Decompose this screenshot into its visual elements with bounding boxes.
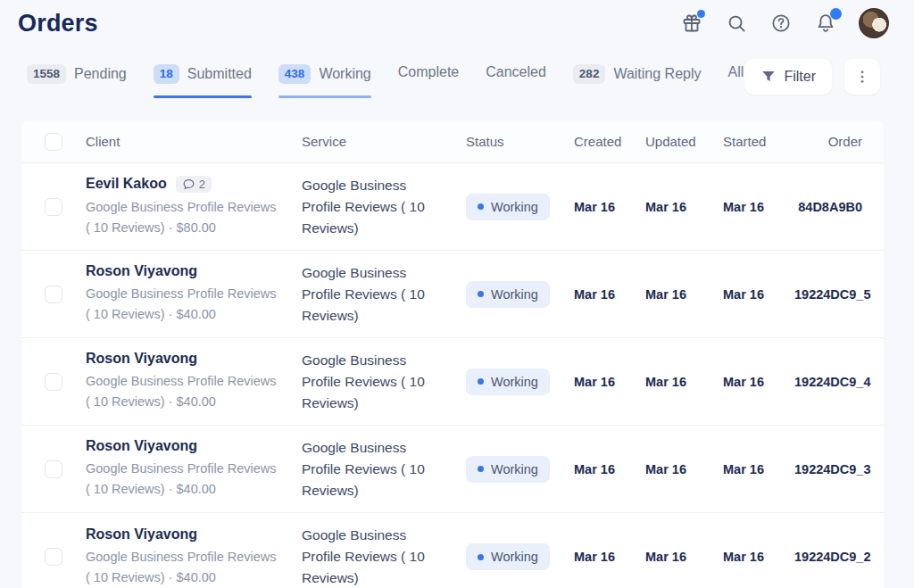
comment-count: 2 xyxy=(199,178,205,191)
row-checkbox[interactable] xyxy=(45,198,62,216)
client-cell: Roson Viyavong Google Business Profile R… xyxy=(86,526,302,588)
tab-complete[interactable]: Complete xyxy=(398,64,459,95)
client-cell: Eevil Kakoo 2 Google Business Profile Re… xyxy=(86,176,302,238)
tab-active-underline xyxy=(278,95,371,98)
top-bar: Orders xyxy=(0,0,914,41)
table-body: Eevil Kakoo 2 Google Business Profile Re… xyxy=(21,163,884,588)
filter-button-label: Filter xyxy=(784,69,816,85)
order-id-cell: 19224DC9_5 xyxy=(794,287,884,302)
column-header-order: Order xyxy=(794,134,884,149)
client-subtitle: Google Business Profile Reviews ( 10 Rev… xyxy=(86,371,277,412)
table-row[interactable]: Roson Viyavong Google Business Profile R… xyxy=(21,251,884,338)
client-cell: Roson Viyavong Google Business Profile R… xyxy=(86,263,302,325)
select-all-checkbox[interactable] xyxy=(45,133,62,151)
tab-count-badge: 18 xyxy=(154,64,179,84)
started-cell: Mar 16 xyxy=(723,287,794,302)
kebab-menu-button[interactable] xyxy=(844,59,880,95)
created-cell: Mar 16 xyxy=(574,462,645,476)
column-header-service: Service xyxy=(302,134,466,149)
order-id-cell: 19224DC9_2 xyxy=(794,550,884,564)
table-row[interactable]: Roson Viyavong Google Business Profile R… xyxy=(21,338,884,426)
column-header-client: Client xyxy=(86,134,302,149)
tab-count-badge: 1558 xyxy=(27,64,66,84)
client-cell: Roson Viyavong Google Business Profile R… xyxy=(86,351,302,412)
started-cell: Mar 16 xyxy=(723,550,794,564)
status-dot-icon xyxy=(478,291,484,297)
page-title: Orders xyxy=(18,10,98,37)
created-cell: Mar 16 xyxy=(574,375,645,389)
client-subtitle: Google Business Profile Reviews ( 10 Rev… xyxy=(86,197,277,238)
tab-waiting-reply[interactable]: 282 Waiting Reply xyxy=(573,64,702,98)
tab-submitted[interactable]: 18 Submitted xyxy=(154,64,252,98)
updated-cell: Mar 16 xyxy=(645,287,723,302)
tabs: 1558 Pending 18 Submitted 438 Working Co… xyxy=(27,64,744,98)
status-badge: Working xyxy=(466,543,550,570)
status-badge: Working xyxy=(466,194,550,220)
tab-count-badge: 282 xyxy=(573,64,606,84)
status-cell: Working xyxy=(466,281,574,308)
tab-canceled[interactable]: Canceled xyxy=(486,64,546,95)
row-checkbox[interactable] xyxy=(45,286,62,303)
started-cell: Mar 16 xyxy=(723,375,794,389)
started-cell: Mar 16 xyxy=(723,200,794,214)
updated-cell: Mar 16 xyxy=(645,550,723,564)
status-cell: Working xyxy=(466,543,574,570)
order-id-cell: 19224DC9_4 xyxy=(794,375,884,389)
gift-icon[interactable] xyxy=(680,12,703,35)
status-cell: Working xyxy=(466,194,574,220)
tab-all[interactable]: All xyxy=(728,64,744,95)
topbar-icons xyxy=(680,8,889,38)
row-checkbox[interactable] xyxy=(45,373,62,391)
tab-pending[interactable]: 1558 Pending xyxy=(27,64,127,98)
tab-label: Complete xyxy=(398,64,459,80)
status-label: Working xyxy=(491,550,538,564)
status-label: Working xyxy=(491,462,538,476)
status-label: Working xyxy=(491,375,538,389)
table-row[interactable]: Roson Viyavong Google Business Profile R… xyxy=(21,513,884,588)
started-cell: Mar 16 xyxy=(723,462,794,476)
speech-bubble-icon xyxy=(182,178,195,191)
filter-button[interactable]: Filter xyxy=(744,59,832,95)
status-label: Working xyxy=(491,200,538,214)
row-checkbox[interactable] xyxy=(45,460,62,478)
table-header: Client Service Status Created Updated St… xyxy=(21,120,884,163)
client-name: Roson Viyavong xyxy=(86,526,197,542)
table-row[interactable]: Roson Viyavong Google Business Profile R… xyxy=(21,426,884,513)
created-cell: Mar 16 xyxy=(574,287,645,302)
service-cell: Google Business Profile Reviews ( 10 Rev… xyxy=(302,175,439,239)
status-badge: Working xyxy=(466,281,550,308)
avatar[interactable] xyxy=(859,8,889,38)
tab-active-underline xyxy=(27,95,127,98)
comment-count-badge: 2 xyxy=(176,176,212,193)
tab-label: Pending xyxy=(74,66,127,82)
table-row[interactable]: Eevil Kakoo 2 Google Business Profile Re… xyxy=(21,163,884,251)
filter-icon xyxy=(760,69,777,85)
bell-icon[interactable] xyxy=(814,12,837,35)
tab-active-underline xyxy=(728,92,744,95)
client-name: Roson Viyavong xyxy=(86,263,197,279)
tab-label: Canceled xyxy=(486,64,546,80)
status-dot-icon xyxy=(478,378,484,385)
service-cell: Google Business Profile Reviews ( 10 Rev… xyxy=(302,262,439,327)
search-icon[interactable] xyxy=(725,12,748,35)
column-header-started: Started xyxy=(723,134,794,149)
status-cell: Working xyxy=(466,369,574,395)
client-subtitle: Google Business Profile Reviews ( 10 Rev… xyxy=(86,284,277,325)
created-cell: Mar 16 xyxy=(574,550,645,564)
column-header-created: Created xyxy=(574,134,645,149)
status-badge: Working xyxy=(466,369,550,395)
orders-table: Client Service Status Created Updated St… xyxy=(21,120,884,588)
tabs-toolbar-row: 1558 Pending 18 Submitted 438 Working Co… xyxy=(0,41,914,98)
order-id-cell: 19224DC9_3 xyxy=(794,462,884,476)
toolbar: Filter xyxy=(744,59,880,95)
help-icon[interactable] xyxy=(769,12,793,35)
status-badge: Working xyxy=(466,456,550,483)
tab-working[interactable]: 438 Working xyxy=(278,64,371,98)
client-name: Eevil Kakoo xyxy=(86,176,167,192)
tab-active-underline xyxy=(486,92,546,95)
tab-label: Working xyxy=(319,66,370,82)
service-cell: Google Business Profile Reviews ( 10 Rev… xyxy=(302,350,439,414)
row-checkbox[interactable] xyxy=(45,548,62,566)
tab-label: All xyxy=(728,64,744,80)
status-dot-icon xyxy=(478,203,484,210)
